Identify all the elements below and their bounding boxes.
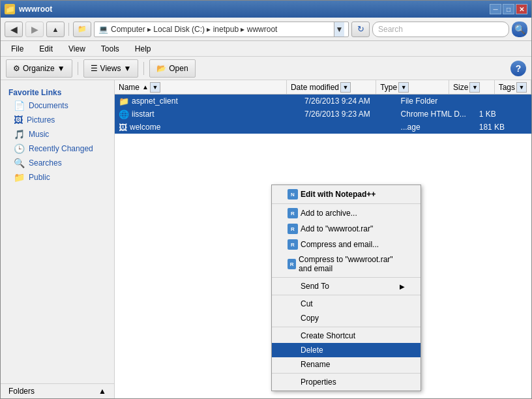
column-headers: Name ▲ ▼ Date modified ▼ Type ▼ Size ▼ — [115, 80, 531, 95]
sidebar: Favorite Links 📄 Documents 🖼 Pictures 🎵 … — [1, 80, 115, 398]
file-date-cell: 7/26/2013 9:23 AM — [301, 110, 397, 119]
tags-filter-button[interactable]: ▼ — [516, 82, 527, 93]
send-to-arrow-icon: ▶ — [400, 283, 405, 290]
name-sort-icon: ▲ — [142, 83, 149, 91]
close-button[interactable]: ✕ — [516, 4, 527, 14]
ctx-item-compress-wwwroot-email[interactable]: R Compress to "wwwroot.rar" and email — [272, 252, 421, 276]
col-header-type[interactable]: Type ▼ — [376, 80, 449, 94]
file-type-cell: Chrome HTML D... — [397, 110, 475, 119]
sidebar-item-searches-label: Searches — [29, 158, 62, 168]
ctx-separator — [272, 203, 421, 204]
address-bar: ◀ ▶ ▲ 📁 💻 Computer ▸ Local Disk (C:) ▸ i… — [1, 18, 531, 41]
file-area: Name ▲ ▼ Date modified ▼ Type ▼ Size ▼ — [115, 80, 531, 398]
date-filter-button[interactable]: ▼ — [340, 82, 351, 93]
open-icon: 📂 — [156, 64, 166, 73]
breadcrumb-bar[interactable]: 💻 Computer ▸ Local Disk (C:) ▸ inetpub ▸… — [94, 22, 349, 37]
search-button[interactable]: 🔍 — [512, 22, 527, 37]
file-date-cell: 7/26/2013 9:24 AM — [301, 96, 397, 106]
sidebar-item-music[interactable]: 🎵 Music — [1, 127, 114, 141]
sidebar-item-recently-changed-label: Recently Changed — [29, 144, 93, 153]
file-list: 📁 aspnet_client 7/26/2013 9:24 AM File F… — [115, 95, 531, 134]
size-filter-button[interactable]: ▼ — [469, 82, 480, 93]
file-name-cell: 📁 aspnet_client — [115, 96, 301, 106]
ctx-item-edit-notepad[interactable]: N Edit with Notepad++ — [272, 186, 421, 202]
title-buttons: ─ □ ✕ — [490, 4, 527, 14]
ctx-item-rename[interactable]: Rename — [272, 357, 421, 372]
rar-icon: R — [288, 239, 298, 250]
table-row[interactable]: 📁 aspnet_client 7/26/2013 9:24 AM File F… — [115, 95, 531, 108]
ctx-item-add-wwwroot-rar[interactable]: R Add to "wwwroot.rar" — [272, 221, 421, 237]
menu-view[interactable]: View — [63, 43, 91, 55]
help-button[interactable]: ? — [510, 61, 526, 76]
public-icon: 📁 — [14, 172, 25, 183]
pictures-icon: 🖼 — [14, 115, 23, 125]
minimize-button[interactable]: ─ — [490, 4, 501, 14]
ctx-item-properties[interactable]: Properties — [272, 375, 421, 389]
rar-icon: R — [288, 224, 298, 234]
table-row[interactable]: 🖼 welcome ...age 181 KB — [115, 121, 531, 134]
name-filter-button[interactable]: ▼ — [150, 82, 160, 93]
sidebar-heading: Favorite Links — [1, 85, 114, 98]
toolbar-separator-1 — [78, 62, 78, 75]
sidebar-item-pictures[interactable]: 🖼 Pictures — [1, 113, 114, 127]
sidebar-item-public-label: Public — [29, 173, 50, 182]
ctx-item-delete[interactable]: Delete — [272, 343, 421, 357]
notepad-icon: N — [288, 189, 298, 200]
recently-changed-icon: 🕒 — [14, 143, 25, 154]
ctx-separator — [272, 277, 421, 278]
back-button[interactable]: ◀ — [5, 22, 23, 37]
type-filter-button[interactable]: ▼ — [398, 82, 409, 93]
col-header-date[interactable]: Date modified ▼ — [287, 80, 376, 94]
forward-button[interactable]: ▶ — [25, 22, 44, 37]
col-header-size[interactable]: Size ▼ — [449, 80, 495, 94]
views-icon: ☰ — [91, 64, 98, 73]
file-name: welcome — [130, 123, 160, 132]
file-size-cell: 1 KB — [475, 110, 524, 119]
searches-icon: 🔍 — [14, 158, 25, 168]
ctx-item-cut[interactable]: Cut — [272, 297, 421, 311]
ctx-item-send-to[interactable]: Send To ▶ — [272, 279, 421, 293]
views-button[interactable]: ☰ Views ▼ — [83, 59, 139, 78]
sidebar-item-public[interactable]: 📁 Public — [1, 170, 114, 185]
organize-dropdown-icon: ▼ — [57, 64, 65, 73]
file-name: aspnet_client — [132, 96, 178, 106]
menu-edit[interactable]: Edit — [34, 43, 58, 55]
ctx-item-add-archive[interactable]: R Add to archive... — [272, 205, 421, 221]
menu-bar: File Edit View Tools Help — [1, 41, 531, 57]
col-header-tags[interactable]: Tags ▼ — [495, 80, 531, 94]
main-window: 📁 wwwroot ─ □ ✕ ◀ ▶ ▲ 📁 💻 Computer ▸ Loc… — [0, 0, 532, 399]
sidebar-item-music-label: Music — [29, 130, 49, 139]
toolbar-separator-2 — [143, 62, 144, 75]
sidebar-item-searches[interactable]: 🔍 Searches — [1, 156, 114, 170]
sidebar-favorites: Favorite Links 📄 Documents 🖼 Pictures 🎵 … — [1, 85, 114, 185]
folders-label: Folders — [8, 387, 35, 396]
folders-bar[interactable]: Folders ▲ — [1, 383, 114, 398]
up-button[interactable]: ▲ — [46, 22, 65, 37]
sidebar-item-documents[interactable]: 📄 Documents — [1, 98, 114, 113]
ctx-item-compress-email[interactable]: R Compress and email... — [272, 237, 421, 252]
ctx-separator — [272, 373, 421, 374]
ctx-item-copy[interactable]: Copy — [272, 311, 421, 325]
search-bar[interactable]: Search — [372, 22, 509, 37]
context-menu: N Edit with Notepad++ R Add to archive..… — [271, 185, 421, 391]
maximize-button[interactable]: □ — [503, 4, 514, 14]
open-button[interactable]: 📂 Open — [149, 59, 195, 78]
ctx-separator — [272, 295, 421, 295]
menu-help[interactable]: Help — [130, 43, 156, 55]
sidebar-item-pictures-label: Pictures — [27, 115, 55, 125]
menu-tools[interactable]: Tools — [96, 43, 125, 55]
folders-collapse-icon: ▲ — [98, 387, 106, 396]
refresh-button[interactable]: ↻ — [351, 22, 370, 37]
sidebar-item-recently-changed[interactable]: 🕒 Recently Changed — [1, 141, 114, 156]
table-row[interactable]: 🌐 iisstart 7/26/2013 9:23 AM Chrome HTML… — [115, 108, 531, 121]
ctx-item-create-shortcut[interactable]: Create Shortcut — [272, 329, 421, 343]
organize-button[interactable]: ⚙ Organize ▼ — [6, 59, 72, 78]
breadcrumb-icon: 💻 — [98, 25, 108, 34]
documents-icon: 📄 — [14, 100, 25, 111]
col-header-name[interactable]: Name ▲ ▼ — [115, 80, 287, 94]
recent-locations-button[interactable]: 📁 — [73, 22, 91, 37]
ctx-separator — [272, 327, 421, 327]
menu-file[interactable]: File — [6, 43, 29, 55]
breadcrumb-dropdown[interactable]: ▼ — [334, 22, 344, 37]
search-placeholder: Search — [378, 25, 403, 34]
